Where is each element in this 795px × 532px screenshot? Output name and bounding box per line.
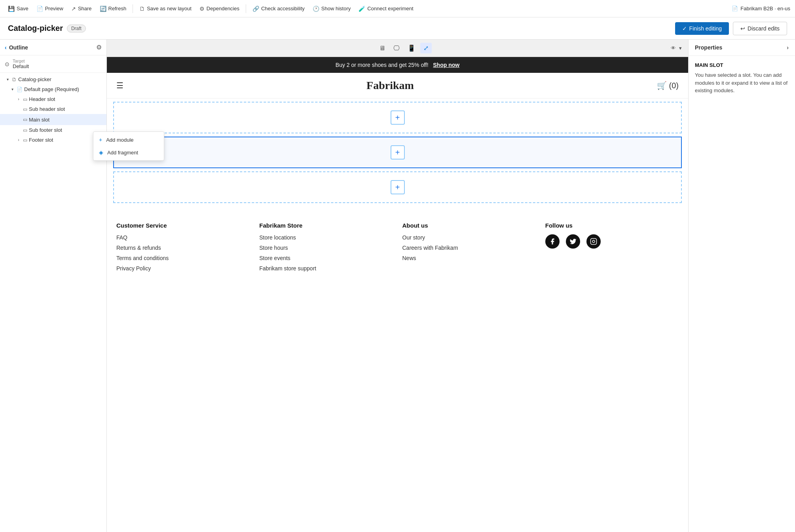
footer-link-store-locations[interactable]: Store locations [259,234,296,241]
toolbar-separator-2 [246,4,246,13]
footer-link-returns[interactable]: Returns & refunds [116,245,161,251]
sidebar-header: ‹ Outline ⚙ [0,40,106,55]
tree-item-sub-footer-slot[interactable]: › ▭ Sub footer slot [0,125,106,135]
add-module-label: Add module [106,137,133,143]
svg-rect-0 [590,239,596,245]
list-item: Fabrikam store support [259,265,393,272]
properties-title: Properties [695,44,722,51]
expand-icon: ▾ [9,87,15,91]
promo-link[interactable]: Shop now [433,62,459,68]
show-history-button[interactable]: 🕐 Show history [309,4,354,14]
node-label: Catalog-picker [18,76,103,82]
page-header-right: ✓ Finish editing ↩ Discard edits [675,22,787,35]
node-label: Main slot [29,117,97,123]
discard-icon: ↩ [740,25,745,32]
tree-item-sub-header-slot[interactable]: › ▭ Sub header slot [0,104,106,114]
settings-icon[interactable]: ⚙ [96,44,102,51]
instagram-icon[interactable] [586,234,601,249]
target-label: Target [13,59,29,63]
sidebar-header-left: ‹ Outline [5,44,28,51]
store-logo: Fabrikam [366,79,414,92]
preview-label: Preview [45,6,63,11]
refresh-button[interactable]: 🔄 Refresh [97,4,130,14]
footer-link-privacy[interactable]: Privacy Policy [116,265,151,272]
tree-item-default-page[interactable]: ▾ 📄 Default page (Required) [0,84,106,94]
slot-icon: ▭ [23,106,27,112]
view-icons: 🖥 🖵 📱 ⤢ [376,43,432,53]
finish-editing-label: Finish editing [689,25,722,32]
draft-badge: Draft [67,25,86,32]
tree-item-footer-slot[interactable]: › ▭ Footer slot [0,135,106,145]
page-header: Catalog-picker Draft ✓ Finish editing ↩ … [0,17,795,40]
mobile-view-button[interactable]: 📱 [404,43,419,53]
add-to-slot-1-button[interactable]: + [391,110,405,125]
footer-link-store-events[interactable]: Store events [259,255,290,261]
check-accessibility-button[interactable]: 🔗 Check accessibility [249,4,308,14]
tree-item-main-slot[interactable]: › ▭ Main slot ··· [0,114,106,125]
promo-text: Buy 2 or more shoes and get 25% off! [336,62,429,68]
list-item: Privacy Policy [116,265,250,272]
footer-col-heading-about-us: About us [402,222,536,229]
footer-link-news[interactable]: News [402,255,416,261]
page-header-left: Catalog-picker Draft [8,24,86,33]
share-button[interactable]: ↗ Share [68,4,95,14]
dependencies-button[interactable]: ⚙ Dependencies [196,4,243,14]
expand-view-button[interactable]: ⤢ [420,43,432,53]
preview-button[interactable]: 📄 Preview [33,4,66,14]
footer-link-store-hours[interactable]: Store hours [259,245,288,251]
footer-col-customer-service: Customer Service FAQ Returns & refunds T… [116,222,250,276]
list-item: FAQ [116,234,250,241]
footer-link-terms[interactable]: Terms and conditions [116,255,169,261]
right-panel-expand-icon[interactable]: › [787,44,789,51]
footer-link-careers[interactable]: Careers with Fabrikam [402,245,458,251]
toolbar-right: 📄 Fabrikam B2B · en-us [732,6,790,11]
footer-link-faq[interactable]: FAQ [116,234,127,241]
accessibility-label: Check accessibility [261,6,305,11]
list-item: Returns & refunds [116,245,250,251]
right-panel: Properties › MAIN SLOT You have selected… [688,40,795,532]
list-item: Our story [402,234,536,241]
cart-icon[interactable]: 🛒 (0) [657,81,679,90]
chevron-down-icon[interactable]: ▾ [679,45,682,51]
save-button[interactable]: 💾 Save [5,4,32,14]
tablet-view-button[interactable]: 🖵 [390,43,403,53]
outline-label: Outline [9,44,28,51]
desktop-view-button[interactable]: 🖥 [376,43,389,53]
context-menu-add-module[interactable]: + Add module [93,133,164,146]
hamburger-icon[interactable]: ☰ [116,81,123,90]
finish-editing-button[interactable]: ✓ Finish editing [675,22,729,35]
store-header: ☰ Fabrikam 🛒 (0) [107,73,688,99]
add-to-slot-3-button[interactable]: + [391,180,405,194]
canvas-slot-1: + [113,102,682,133]
add-to-slot-2-button[interactable]: + [391,145,405,160]
sidebar: ‹ Outline ⚙ ⊙ Target Default ▾ 🗋 Catalog… [0,40,107,532]
expand-icon: ▾ [5,77,10,82]
share-icon: ↗ [71,6,76,12]
save-as-new-layout-button[interactable]: 🗋 Save as new layout [136,4,195,14]
refresh-label: Refresh [108,6,127,11]
footer-link-our-story[interactable]: Our story [402,234,425,241]
footer-link-store-support[interactable]: Fabrikam store support [259,265,316,272]
outline-tree: ▾ 🗋 Catalog-picker ▾ 📄 Default page (Req… [0,73,106,532]
preview-icon: 📄 [36,6,43,12]
twitter-icon[interactable] [566,234,580,249]
facebook-icon[interactable] [545,234,560,249]
promo-banner: Buy 2 or more shoes and get 25% off! Sho… [107,57,688,73]
right-panel-content: MAIN SLOT You have selected a slot. You … [689,56,795,101]
context-menu-add-fragment[interactable]: ◈ Add fragment [93,146,164,159]
add-fragment-icon: ◈ [99,149,103,156]
eye-icon[interactable]: 👁 [671,45,676,51]
checkmark-icon: ✓ [682,25,687,32]
share-label: Share [78,6,92,11]
discard-edits-button[interactable]: ↩ Discard edits [733,22,787,35]
target-value: Default [13,63,29,69]
tree-item-header-slot[interactable]: › ▭ Header slot [0,94,106,104]
tree-item-catalog-picker[interactable]: ▾ 🗋 Catalog-picker [0,74,106,84]
history-icon: 🕐 [313,6,319,12]
target-info: ⊙ Target Default [0,55,106,73]
connect-experiment-button[interactable]: 🧪 Connect experiment [355,4,416,14]
experiment-label: Connect experiment [367,6,413,11]
main-layout: ‹ Outline ⚙ ⊙ Target Default ▾ 🗋 Catalog… [0,40,795,532]
footer-col-heading-follow-us: Follow us [545,222,679,229]
back-icon[interactable]: ‹ [5,44,7,51]
